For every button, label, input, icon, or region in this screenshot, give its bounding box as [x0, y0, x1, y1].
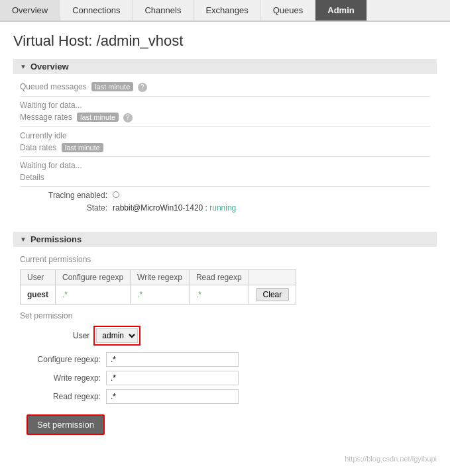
state-text: rabbit@MicroWin10-1420 : — [113, 203, 209, 213]
read-regexp-label: Read regexp: — [20, 392, 106, 401]
overview-header-label: Overview — [30, 62, 69, 71]
tracing-indicator — [113, 191, 119, 198]
divider-4 — [20, 186, 430, 187]
watermark: https://blog.csdn.net/lgyibupi — [13, 455, 437, 463]
page-title: Virtual Host: /admin_vhost — [13, 32, 437, 50]
tracing-value — [113, 191, 119, 200]
queued-messages-label: Queued messages — [20, 82, 87, 91]
configure-regexp-label: Configure regexp: — [20, 355, 106, 364]
write-regexp-input[interactable] — [106, 371, 239, 385]
data-rates-row: Data rates last minute — [20, 143, 430, 152]
nav-admin[interactable]: Admin — [315, 0, 366, 21]
waiting-text-1: Waiting for data... — [20, 101, 430, 110]
permissions-table: User Configure regexp Write regexp Read … — [20, 269, 296, 305]
permissions-section-body: Current permissions User Configure regex… — [13, 254, 437, 442]
overview-section-header: ▼ Overview — [13, 59, 437, 74]
user-select[interactable]: admin — [96, 328, 138, 343]
divider-2 — [20, 126, 430, 127]
last-minute-badge: last minute — [91, 82, 133, 91]
row-write: .* — [131, 285, 190, 305]
row-configure: .* — [56, 285, 131, 305]
nav-channels[interactable]: Channels — [133, 0, 194, 21]
permissions-section: ▼ Permissions Current permissions User C… — [13, 232, 437, 442]
details-table: Tracing enabled: State: rabbit@MicroWin1… — [27, 191, 430, 213]
state-row: State: rabbit@MicroWin10-1420 : running — [27, 203, 430, 213]
user-select-row: User admin — [73, 326, 430, 346]
col-write: Write regexp — [131, 270, 190, 285]
configure-regexp-row: Configure regexp: — [20, 352, 430, 367]
overview-section-body: Queued messages last minute ? Waiting fo… — [13, 81, 437, 222]
table-header-row: User Configure regexp Write regexp Read … — [21, 270, 296, 285]
col-action — [249, 270, 296, 285]
message-rates-row: Message rates last minute ? — [20, 113, 430, 122]
currently-idle-text: Currently idle — [20, 131, 430, 140]
row-read: .* — [189, 285, 249, 305]
tracing-label: Tracing enabled: — [27, 191, 113, 200]
data-rates-label: Data rates — [20, 143, 56, 152]
set-permission-section: Set permission User admin Configure rege… — [20, 311, 430, 435]
state-value: rabbit@MicroWin10-1420 : running — [113, 203, 236, 213]
data-rates-badge: last minute — [62, 143, 103, 152]
tracing-row: Tracing enabled: — [27, 191, 430, 200]
nav-exchanges[interactable]: Exchanges — [194, 0, 260, 21]
nav-overview[interactable]: Overview — [0, 0, 60, 21]
row-action: Clear — [249, 285, 296, 305]
divider-1 — [20, 96, 430, 97]
set-permission-button[interactable]: Set permission — [27, 414, 105, 435]
table-row: guest .* .* .* Clear — [21, 285, 296, 305]
write-regexp-row: Write regexp: — [20, 371, 430, 385]
details-label: Details — [20, 173, 430, 182]
col-read: Read regexp — [189, 270, 249, 285]
read-regexp-input[interactable] — [106, 389, 239, 404]
read-regexp-row: Read regexp: — [20, 389, 430, 404]
message-rates-help[interactable]: ? — [123, 113, 133, 122]
set-permission-label: Set permission — [20, 311, 430, 320]
waiting-text-2: Waiting for data... — [20, 161, 430, 170]
overview-triangle: ▼ — [20, 63, 27, 70]
message-rates-badge: last minute — [77, 113, 119, 122]
top-nav: Overview Connections Channels Exchanges … — [0, 0, 450, 22]
user-select-wrapper: admin — [93, 326, 141, 346]
permissions-triangle: ▼ — [20, 236, 27, 243]
current-permissions-label: Current permissions — [20, 255, 430, 264]
permissions-header-label: Permissions — [30, 234, 82, 244]
message-rates-label: Message rates — [20, 113, 72, 122]
state-label: State: — [27, 203, 113, 213]
write-regexp-label: Write regexp: — [20, 373, 106, 383]
col-configure: Configure regexp — [56, 270, 131, 285]
permissions-section-header: ▼ Permissions — [13, 232, 437, 247]
user-field-label: User — [73, 331, 89, 340]
clear-button[interactable]: Clear — [256, 288, 290, 301]
divider-3 — [20, 156, 430, 157]
col-user: User — [21, 270, 56, 285]
nav-connections[interactable]: Connections — [60, 0, 133, 21]
configure-regexp-input[interactable] — [106, 352, 239, 367]
nav-queues[interactable]: Queues — [261, 0, 316, 21]
queued-messages-row: Queued messages last minute ? — [20, 82, 430, 92]
queued-messages-help[interactable]: ? — [138, 83, 147, 92]
row-user: guest — [21, 285, 56, 305]
overview-section: ▼ Overview Queued messages last minute ?… — [13, 59, 437, 222]
running-text: running — [209, 203, 236, 213]
